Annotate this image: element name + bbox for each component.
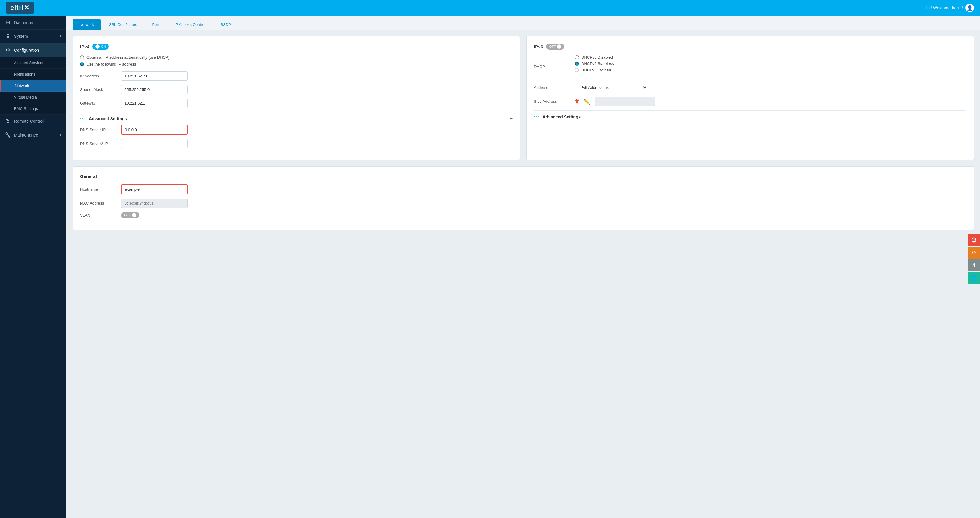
sidebar-label-maintenance: Maintenance xyxy=(14,133,38,137)
ipv4-advanced-toggle[interactable]: ··· Advanced Settings − xyxy=(80,112,513,125)
ipv4-dhcp-label: Obtain an IP address automatically (use … xyxy=(86,55,171,59)
dhcp-options: DHCPv6 Disabled DHCPv6 Stateless DHCPv6 … xyxy=(575,55,614,74)
vlan-row: VLAN OFF xyxy=(80,212,966,218)
gateway-row: Gateway xyxy=(80,99,513,108)
remote-control-icon: 🖱 xyxy=(5,118,11,124)
ipv6-address-input[interactable] xyxy=(595,97,655,106)
ipv4-title: IPv4 xyxy=(80,44,89,49)
dns-server-row: DNS Server IP xyxy=(80,125,513,135)
ip-address-label: IP Address xyxy=(80,74,116,78)
sidebar-item-network[interactable]: Network xyxy=(0,80,67,92)
sidebar-item-notifications[interactable]: Notifications xyxy=(0,69,67,80)
subnet-mask-label: Subnet Mask xyxy=(80,87,116,92)
ipv6-advanced-toggle[interactable]: ··· Advanced Settings + xyxy=(534,110,966,123)
header-user: Hi ! Welcome back ! 👤 xyxy=(926,4,974,12)
dhcp-row-wrap: DHCP DHCPv6 Disabled DHCPv6 Stateless xyxy=(534,55,966,78)
sidebar-item-virtual-media[interactable]: Virtual Media xyxy=(0,92,67,103)
mac-address-row: MAC Address xyxy=(80,199,966,208)
sidebar-item-configuration[interactable]: ⚙ Configuration − xyxy=(0,43,67,57)
address-list-select[interactable]: IPv6 Address List xyxy=(575,83,648,92)
dhcpv6-disabled-radio[interactable]: DHCPv6 Disabled xyxy=(575,55,614,59)
power-button[interactable]: ⏻ xyxy=(968,234,980,246)
sidebar-item-account-services[interactable]: Account Services xyxy=(0,57,67,69)
main-layout: ⊞ Dashboard 🖥 System + ⚙ Configuration −… xyxy=(0,16,980,518)
dhcpv6-stateful-input[interactable] xyxy=(575,68,579,72)
sidebar-item-system[interactable]: 🖥 System + xyxy=(0,30,67,43)
dhcpv6-stateless-input[interactable] xyxy=(575,62,579,65)
ip-cards-row: IPv4 ON Obtain an IP address automatical… xyxy=(73,36,974,160)
edit-icon[interactable]: ✏️ xyxy=(583,98,590,105)
dhcpv6-disabled-input[interactable] xyxy=(575,55,579,59)
delete-icon[interactable]: 🗑 xyxy=(575,98,580,105)
logo: citri✕ xyxy=(6,2,34,14)
ipv6-title: IPv6 xyxy=(534,44,543,49)
ipv6-toggle[interactable]: OFF xyxy=(546,43,564,49)
sidebar-label-bmc-settings: BMC Settings xyxy=(14,107,38,111)
welcome-text: Hi ! Welcome back ! xyxy=(926,5,963,10)
hostname-label: Hostname xyxy=(80,187,116,191)
header: citri✕ Hi ! Welcome back ! 👤 xyxy=(0,0,980,16)
globe-button[interactable]: 🌐 xyxy=(968,272,980,284)
dhcpv6-stateless-radio[interactable]: DHCPv6 Stateless xyxy=(575,61,614,66)
hostname-row: Hostname xyxy=(80,184,966,194)
ipv4-toggle[interactable]: ON xyxy=(92,43,109,49)
sidebar-label-remote-control: Remote Control xyxy=(14,119,43,124)
vlan-toggle[interactable]: OFF xyxy=(121,212,139,218)
tab-network[interactable]: Network xyxy=(73,19,101,30)
address-list-row: Address List IPv6 Address List xyxy=(534,83,966,92)
dhcp-label: DHCP xyxy=(534,64,570,69)
system-icon: 🖥 xyxy=(5,33,11,39)
dots-icon: ··· xyxy=(80,115,86,122)
sidebar-item-maintenance[interactable]: 🔧 Maintenance + xyxy=(0,128,67,142)
tab-port[interactable]: Port xyxy=(145,19,166,30)
sidebar-item-remote-control[interactable]: 🖱 Remote Control xyxy=(0,115,67,128)
sidebar-label-dashboard: Dashboard xyxy=(14,20,35,25)
sidebar-label-notifications: Notifications xyxy=(14,72,35,77)
hostname-input[interactable] xyxy=(121,184,188,194)
gateway-input[interactable] xyxy=(121,99,188,108)
maintenance-expand-icon: + xyxy=(59,133,62,137)
ipv4-static-radio[interactable]: Use the following IP address xyxy=(80,62,513,67)
ipv6-collapse-btn[interactable]: + xyxy=(964,114,966,120)
ipv6-dots-icon: ··· xyxy=(534,114,540,120)
ipv4-advanced-title: ··· Advanced Settings xyxy=(80,115,127,122)
ipv4-dhcp-input[interactable] xyxy=(80,55,84,59)
system-expand-icon: + xyxy=(59,34,62,38)
sidebar-item-bmc-settings[interactable]: BMC Settings xyxy=(0,103,67,115)
user-avatar[interactable]: 👤 xyxy=(966,4,974,12)
sidebar-label-virtual-media: Virtual Media xyxy=(14,95,37,99)
ipv4-dhcp-radio[interactable]: Obtain an IP address automatically (use … xyxy=(80,55,513,59)
subnet-mask-input[interactable] xyxy=(121,85,188,94)
general-card: General Hostname MAC Address VLAN OFF xyxy=(73,166,974,230)
dhcpv6-stateful-radio[interactable]: DHCPv6 Stateful xyxy=(575,68,614,72)
content-scroll: IPv4 ON Obtain an IP address automatical… xyxy=(67,30,980,518)
sidebar-item-dashboard[interactable]: ⊞ Dashboard xyxy=(0,16,67,30)
ipv4-static-input[interactable] xyxy=(80,62,84,66)
dns-server2-row: DNS Server2 IP xyxy=(80,139,513,148)
ipv6-address-row: IPv6 Address 🗑 ✏️ xyxy=(534,97,966,106)
ipv6-actions: 🗑 ✏️ xyxy=(575,98,590,105)
ipv6-card: IPv6 OFF DHCP DHCPv6 Disabled xyxy=(526,36,974,160)
tab-ssdp[interactable]: SSDP xyxy=(213,19,238,30)
dns-server2-label: DNS Server2 IP xyxy=(80,142,116,146)
ipv4-header: IPv4 ON xyxy=(80,43,513,49)
configuration-expand-icon: − xyxy=(59,48,62,52)
sidebar-label-system: System xyxy=(14,34,28,39)
mac-address-input xyxy=(121,199,188,208)
dns-server-input[interactable] xyxy=(121,125,188,135)
ip-address-input[interactable] xyxy=(121,71,188,81)
maintenance-icon: 🔧 xyxy=(5,132,11,138)
tab-ip-access-control[interactable]: IP Access Control xyxy=(167,19,212,30)
ipv6-header: IPv6 OFF xyxy=(534,43,966,49)
mac-address-label: MAC Address xyxy=(80,201,116,206)
address-list-label: Address List xyxy=(534,85,570,90)
sidebar-sub-menu: Account Services Notifications Network V… xyxy=(0,57,67,115)
info-button[interactable]: ℹ xyxy=(968,259,980,271)
dns-server2-input[interactable] xyxy=(121,139,188,148)
tab-ssl-certificates[interactable]: SSL Certificates xyxy=(102,19,144,30)
refresh-button[interactable]: ↺ xyxy=(968,247,980,259)
dns-server-label: DNS Server IP xyxy=(80,128,116,132)
dashboard-icon: ⊞ xyxy=(5,20,11,26)
ipv4-radio-group: Obtain an IP address automatically (use … xyxy=(80,55,513,67)
ipv4-collapse-btn[interactable]: − xyxy=(510,116,513,121)
